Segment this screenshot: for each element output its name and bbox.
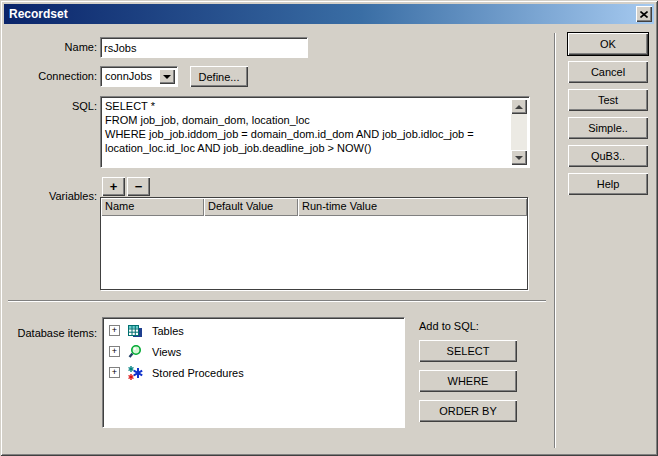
chevron-down-icon [163,75,171,79]
column-header-default-value: Default Value [204,198,298,216]
database-items-tree: + Tables + Views + [102,317,405,428]
column-header-name: Name [101,198,204,216]
add-to-sql-label: Add to SQL: [419,320,479,332]
titlebar[interactable]: Recordset [4,4,654,24]
variables-table-body [101,216,527,289]
name-label: Name: [8,41,97,53]
plus-box-icon[interactable]: + [109,367,120,378]
qub3-button[interactable]: QuB3.. [568,145,648,167]
sql-editor[interactable]: SELECT * FROM job_job, domain_dom, locat… [100,96,530,168]
variables-label: Variables: [8,190,97,202]
connection-value: connJobs [105,70,152,82]
where-button[interactable]: WHERE [419,370,517,392]
test-button[interactable]: Test [568,89,648,111]
vertical-separator [554,33,556,448]
plus-box-icon[interactable]: + [109,346,120,357]
database-items-label: Database items: [8,327,97,339]
sql-text[interactable]: SELECT * FROM job_job, domain_dom, locat… [103,99,511,165]
connection-select[interactable]: connJobs [100,66,178,87]
tree-item-views[interactable]: + Views [103,341,404,362]
magnifier-icon [127,344,143,360]
asterisks-icon [127,365,143,381]
tree-item-stored-procedures[interactable]: + Stored Procedures [103,362,404,383]
plus-box-icon[interactable]: + [109,325,120,336]
simple-button[interactable]: Simple.. [568,117,648,139]
tree-item-label: Views [152,346,181,358]
sql-scrollbar[interactable] [511,99,527,165]
remove-variable-button[interactable]: − [127,177,150,196]
select-button[interactable]: SELECT [419,340,517,362]
ok-button[interactable]: OK [567,32,649,56]
scroll-up-button[interactable] [511,99,527,114]
help-button[interactable]: Help [568,173,648,195]
dialog-title: Recordset [4,7,68,21]
column-header-runtime-value: Run-time Value [298,198,527,216]
arrow-up-icon [515,105,523,109]
connection-label: Connection: [8,70,97,82]
tree-item-label: Tables [152,325,184,337]
cancel-button[interactable]: Cancel [568,61,648,83]
order-by-button[interactable]: ORDER BY [419,400,517,422]
scroll-down-button[interactable] [511,150,527,165]
tree-item-label: Stored Procedures [152,367,244,379]
add-variable-button[interactable]: + [102,177,125,196]
variables-table-header: Name Default Value Run-time Value [101,198,527,216]
arrow-down-icon [515,156,523,160]
variables-table: Name Default Value Run-time Value [100,197,528,290]
sql-label: SQL: [8,100,97,112]
recordset-dialog: Recordset Name: Connection: connJobs Def… [0,0,658,456]
horizontal-separator [8,300,546,302]
tree-item-tables[interactable]: + Tables [103,320,404,341]
connection-dropdown-button[interactable] [159,69,175,84]
table-icon [127,323,143,339]
close-button[interactable] [636,6,652,22]
define-button[interactable]: Define... [190,66,248,87]
name-input[interactable] [100,37,308,58]
close-icon [640,11,648,18]
